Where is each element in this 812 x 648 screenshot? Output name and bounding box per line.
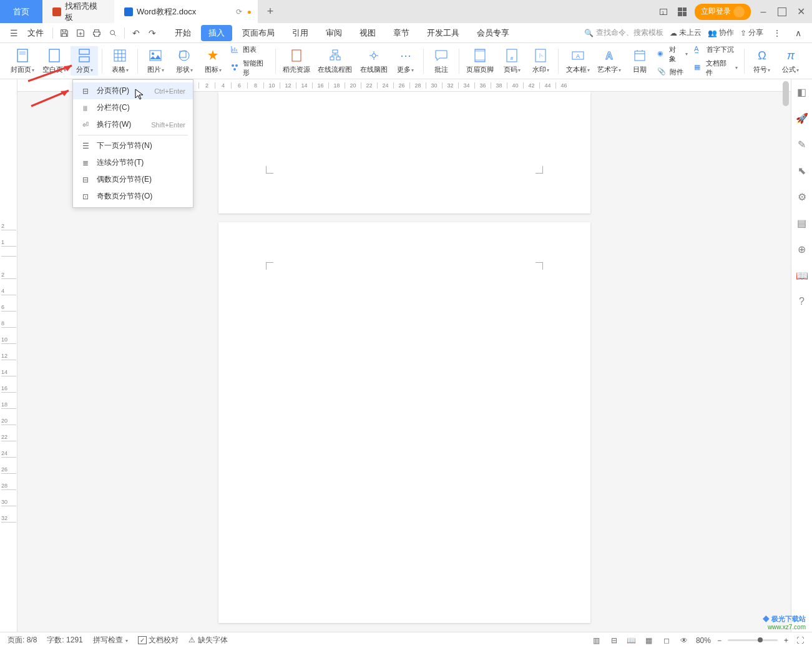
menu-tab-dev-tools[interactable]: 开发工具 bbox=[419, 25, 467, 41]
menu-more-icon[interactable]: ⋮ bbox=[770, 26, 785, 41]
ribbon-header-footer-button[interactable]: 页眉页脚 bbox=[463, 46, 497, 76]
tab-home[interactable]: 首页 bbox=[0, 0, 42, 23]
document-page[interactable] bbox=[218, 222, 590, 623]
ribbon-blank-button[interactable]: 空白页▾ bbox=[39, 46, 70, 76]
menu-tab-insert[interactable]: 插入 bbox=[201, 25, 232, 41]
dropdown-column-break[interactable]: ⫼ 分栏符(C) bbox=[73, 99, 193, 116]
ribbon-doc-parts-button[interactable]: ▦文档部件▾ bbox=[692, 57, 740, 79]
menu-tab-start[interactable]: 开始 bbox=[167, 25, 198, 41]
ribbon-textbox-button[interactable]: A文本框▾ bbox=[562, 46, 593, 76]
svg-text:A: A bbox=[537, 51, 544, 59]
redo-icon[interactable]: ↷ bbox=[145, 26, 160, 41]
zoom-in[interactable]: + bbox=[784, 636, 788, 645]
tab-document[interactable]: Word教程2.docx ⟳ ● bbox=[114, 0, 258, 23]
menu-tab-page-layout[interactable]: 页面布局 bbox=[235, 25, 282, 41]
view-web-icon[interactable]: ▦ bbox=[643, 635, 655, 646]
tabbar-grid-icon[interactable] bbox=[676, 6, 688, 18]
tab-template[interactable]: 找稻壳模板 bbox=[42, 0, 114, 23]
ribbon-docer-button[interactable]: 稻壳资源 bbox=[280, 46, 314, 76]
document-page[interactable] bbox=[218, 92, 590, 214]
ribbon-date-button[interactable]: 日期 bbox=[626, 46, 653, 76]
ribbon-shape-button[interactable]: 形状▾ bbox=[170, 46, 198, 76]
ribbon-symbol-button[interactable]: Ω符号▾ bbox=[748, 46, 776, 76]
view-read-icon[interactable]: 📖 bbox=[626, 635, 637, 646]
status-page[interactable]: 页面: 8/8 bbox=[7, 635, 37, 646]
eye-icon[interactable]: 👁 bbox=[678, 635, 690, 646]
sidebar-help-icon[interactable]: ? bbox=[796, 295, 808, 308]
ribbon-wordart-button[interactable]: A艺术字▾ bbox=[594, 46, 625, 76]
sidebar-book-icon[interactable]: 📖 bbox=[796, 269, 808, 282]
ribbon-comment-button[interactable]: 批注 bbox=[428, 46, 455, 76]
zoom-out[interactable]: − bbox=[717, 636, 722, 645]
zoom-slider[interactable] bbox=[728, 639, 778, 641]
menu-tab-review[interactable]: 审阅 bbox=[318, 25, 350, 41]
ribbon-smart-graphic-button[interactable]: 智能图形 bbox=[228, 57, 271, 79]
fullscreen-icon[interactable]: ⛶ bbox=[795, 635, 806, 646]
sidebar-rocket-icon[interactable]: 🚀 bbox=[796, 112, 808, 124]
close-button[interactable]: ✕ bbox=[795, 6, 807, 18]
save-as-icon[interactable] bbox=[73, 26, 88, 41]
docer-icon bbox=[290, 47, 303, 64]
ribbon-attachment-button[interactable]: 📎附件 bbox=[655, 66, 690, 79]
view-outline-icon[interactable]: ⊟ bbox=[609, 635, 620, 646]
svg-rect-6 bbox=[114, 50, 125, 61]
ribbon-page-no-button[interactable]: #页码▾ bbox=[498, 46, 526, 76]
file-menu[interactable]: 文件 bbox=[27, 27, 44, 39]
collab-button[interactable]: 👥 协作 bbox=[708, 27, 734, 38]
formula-icon: π bbox=[787, 47, 795, 64]
dropdown-even-section[interactable]: ⊟ 偶数页分节符(E) bbox=[73, 171, 193, 188]
tabbar-panel-icon[interactable]: 1 bbox=[657, 6, 670, 18]
view-focus-icon[interactable]: ◻ bbox=[661, 635, 672, 646]
hamburger-icon[interactable]: ☰ bbox=[6, 26, 21, 41]
sidebar-globe-icon[interactable]: ⊕ bbox=[796, 243, 808, 255]
ribbon-watermark-button[interactable]: A水印▾ bbox=[527, 46, 554, 76]
ribbon-formula-button[interactable]: π公式▾ bbox=[777, 46, 805, 76]
cloud-status[interactable]: ☁ 未上云 bbox=[670, 27, 702, 38]
zoom-level[interactable]: 80% bbox=[696, 636, 711, 645]
dropdown-page-break[interactable]: ⊟ 分页符(P) Ctrl+Enter bbox=[73, 82, 193, 99]
ribbon-table-button[interactable]: 表格▾ bbox=[106, 46, 134, 76]
sidebar-toggle-icon[interactable]: ◧ bbox=[796, 86, 808, 98]
ribbon-mindmap-button[interactable]: 在线脑图 bbox=[356, 46, 391, 76]
ribbon-drop-cap-button[interactable]: A̲首字下沉 bbox=[692, 44, 740, 56]
login-button[interactable]: 立即登录 bbox=[695, 4, 751, 20]
status-spell[interactable]: 拼写检查 ▾ bbox=[93, 635, 128, 646]
vertical-scrollbar[interactable] bbox=[783, 81, 789, 106]
ribbon-icon-button[interactable]: 图标▾ bbox=[199, 46, 227, 76]
dropdown-line-break[interactable]: ⏎ 换行符(W) Shift+Enter bbox=[73, 116, 193, 133]
status-proof[interactable]: ✓ 文档校对 bbox=[138, 635, 179, 646]
search-box[interactable]: 🔍 查找命令、搜索模板 bbox=[584, 27, 663, 38]
collapse-ribbon-icon[interactable]: ∧ bbox=[791, 26, 806, 41]
ribbon-more-button[interactable]: ⋯更多▾ bbox=[392, 46, 419, 76]
ribbon-image-button[interactable]: 图片▾ bbox=[142, 46, 169, 76]
menu-tab-chapter[interactable]: 章节 bbox=[386, 25, 417, 41]
undo-icon[interactable]: ↶ bbox=[129, 26, 144, 41]
sidebar-settings-icon[interactable]: ⚙ bbox=[796, 190, 808, 203]
svg-point-12 bbox=[235, 64, 238, 67]
ribbon-cover-button[interactable]: 封面页▾ bbox=[7, 46, 38, 76]
menu-tab-reference[interactable]: 引用 bbox=[285, 25, 316, 41]
menu-tab-view[interactable]: 视图 bbox=[352, 25, 383, 41]
menu-tab-member[interactable]: 会员专享 bbox=[469, 25, 517, 41]
sidebar-select-icon[interactable]: ⬉ bbox=[796, 164, 808, 177]
page-break-dropdown: ⊟ 分页符(P) Ctrl+Enter ⫼ 分栏符(C) ⏎ 换行符(W) Sh… bbox=[72, 79, 193, 208]
dropdown-continuous-section[interactable]: ≣ 连续分节符(T) bbox=[73, 154, 193, 171]
sidebar-pen-icon[interactable]: ✎ bbox=[796, 138, 808, 150]
sidebar-stack-icon[interactable]: ▤ bbox=[796, 217, 808, 229]
print-icon[interactable] bbox=[89, 26, 104, 41]
dropdown-odd-section[interactable]: ⊡ 奇数页分节符(O) bbox=[73, 188, 193, 205]
view-page-icon[interactable]: ▥ bbox=[591, 635, 602, 646]
dropdown-next-page-section[interactable]: ☰ 下一页分节符(N) bbox=[73, 137, 193, 154]
save-icon[interactable] bbox=[57, 26, 72, 41]
status-missing-font[interactable]: ⚠ 缺失字体 bbox=[188, 635, 227, 646]
tab-add-button[interactable]: + bbox=[258, 0, 283, 23]
ribbon-chart-button[interactable]: 图表 bbox=[228, 44, 271, 56]
ribbon-flowchart-button[interactable]: 在线流程图 bbox=[315, 46, 355, 76]
print-preview-icon[interactable] bbox=[105, 26, 120, 41]
status-words[interactable]: 字数: 1291 bbox=[47, 635, 82, 646]
minimize-button[interactable]: – bbox=[757, 6, 770, 18]
ribbon-object-button[interactable]: ◉对象▾ bbox=[655, 44, 690, 65]
share-button[interactable]: ⇪ 分享 bbox=[740, 27, 763, 38]
ribbon-page-break-button[interactable]: 分页▾ bbox=[71, 46, 98, 76]
maximize-button[interactable] bbox=[776, 6, 788, 18]
